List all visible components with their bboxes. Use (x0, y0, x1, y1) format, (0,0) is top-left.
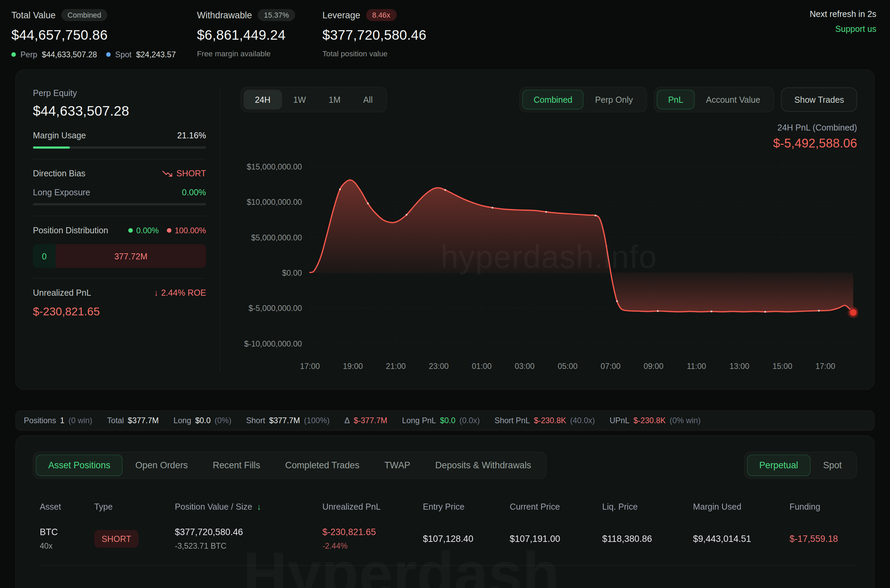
toggle-spot[interactable]: Spot (810, 454, 854, 476)
long-exposure-label: Long Exposure (33, 187, 90, 196)
perp-equity-value: $44,633,507.28 (33, 104, 206, 119)
tab-twap[interactable]: TWAP (372, 454, 423, 476)
leverage-subtitle: Total position value (323, 50, 493, 58)
position-value: $377,720,580.46 (175, 527, 322, 537)
summary-item-value: $377.7M (128, 416, 159, 425)
summary-item: Positions1(0 win) (24, 416, 92, 425)
position-distribution-bar: 0 377.72M (33, 244, 206, 268)
svg-text:$-5,000,000.00: $-5,000,000.00 (249, 304, 302, 313)
leverage-badge: 8.46x (366, 9, 396, 21)
toggle-perpetual[interactable]: Perpetual (747, 454, 810, 476)
time-range-group: 24H1W1MAll (241, 87, 387, 112)
tab-asset-positions[interactable]: Asset Positions (36, 454, 123, 476)
column-header-margin-used[interactable]: Margin Used (693, 501, 789, 511)
summary-item-extra: (0 win) (69, 416, 92, 425)
withdrawable-label: Withdrawable (197, 10, 252, 20)
asset-name: BTC (40, 527, 94, 537)
position-type-badge: SHORT (94, 530, 139, 548)
toggle-account-value[interactable]: Account Value (695, 90, 771, 110)
chart-pnl-value: $-5,492,588.06 (241, 136, 857, 151)
margin-usage-bar (33, 147, 206, 149)
range-all[interactable]: All (352, 90, 384, 110)
column-header-unrealized-pnl[interactable]: Unrealized PnL (323, 501, 423, 511)
range-24h[interactable]: 24H (243, 90, 282, 110)
leverage-label: Leverage (323, 10, 360, 20)
margin-usage-value: 21.16% (177, 130, 206, 140)
trending-down-icon (162, 170, 172, 177)
spot-label: Spot (115, 50, 132, 59)
summary-item-value: $-377.7M (354, 416, 387, 425)
tab-recent-fills[interactable]: Recent Fills (200, 454, 273, 476)
column-header-liq-price[interactable]: Liq. Price (602, 501, 693, 511)
column-header-entry-price[interactable]: Entry Price (423, 501, 510, 511)
direction-bias-section: Direction Bias SHORT Long Exposure 0.00% (33, 159, 206, 216)
chart-pnl-label: 24H PnL (Combined) (241, 122, 857, 132)
account-overview-panel: Perp Equity $44,633,507.28 Margin Usage … (33, 87, 220, 372)
short-pct-value: 100.00% (175, 225, 206, 235)
summary-item-label: Short (246, 416, 265, 425)
svg-text:$0.00: $0.00 (282, 268, 302, 278)
unrealized-pnl-pct: -2.44% (323, 541, 423, 550)
summary-item-extra: (0% win) (669, 416, 700, 425)
direction-bias-label: Direction Bias (33, 168, 86, 178)
support-us-link[interactable]: Support us (835, 24, 876, 33)
column-header-current-price[interactable]: Current Price (510, 501, 602, 511)
position-row-btc[interactable]: BTC40xSHORT$377,720,580.46-3,523.71 BTC$… (40, 515, 857, 566)
svg-text:19:00: 19:00 (343, 362, 363, 370)
pnl-account-toggle: PnLAccount Value (654, 87, 774, 112)
summary-item-value: $-230.8K (633, 416, 666, 425)
total-value-label: Total Value (11, 10, 56, 20)
svg-text:17:00: 17:00 (815, 362, 835, 370)
liq-price-cell: $118,380.86 (602, 534, 693, 544)
svg-text:$10,000,000.00: $10,000,000.00 (247, 198, 302, 207)
withdrawable-pct-badge: 15.37% (258, 9, 296, 21)
tab-open-orders[interactable]: Open Orders (123, 454, 200, 476)
funding-cell: $-17,559.18 (789, 534, 857, 544)
positions-table: AssetTypePosition Value / Size↓Unrealize… (33, 501, 857, 566)
summary-item-label: Δ (344, 416, 350, 425)
margin-usage-fill (33, 147, 69, 149)
unrealized-pnl-value: $-230,821.65 (33, 305, 206, 318)
total-value: $44,657,750.86 (11, 27, 197, 43)
toggle-perp-only[interactable]: Perp Only (584, 90, 644, 110)
column-header-position-value-size[interactable]: Position Value / Size↓ (175, 501, 322, 511)
svg-text:17:00: 17:00 (300, 362, 320, 370)
summary-item-extra: (0%) (215, 416, 231, 425)
pnl-chart[interactable]: hyperdash.info 17:0019:0021:0023:0001:00… (241, 153, 857, 378)
entry-price-cell: $107,128.40 (423, 534, 510, 544)
pnl-area-chart[interactable]: 17:0019:0021:0023:0001:0003:0005:0007:00… (241, 153, 858, 376)
perp-value: $44,633,507.28 (42, 50, 97, 59)
toggle-pnl[interactable]: PnL (657, 90, 695, 110)
current-price: $107,191.00 (510, 534, 602, 544)
summary-item-value: $0.0 (440, 416, 456, 425)
position-distribution-section: Position Distribution 0.00% 100.00% 0 (33, 216, 206, 278)
refresh-countdown: Next refresh in 2s (810, 9, 876, 19)
combined-perp-toggle: CombinedPerp Only (519, 87, 647, 112)
entry-price: $107,128.40 (423, 534, 510, 544)
leverage-metric: Leverage 8.46x $377,720,580.46 Total pos… (323, 9, 493, 58)
spot-dot-icon (106, 52, 111, 57)
perpetual-spot-toggle: PerpetualSpot (744, 452, 857, 479)
perp-dot-icon (11, 52, 16, 57)
spot-value: $24,243.57 (136, 50, 176, 59)
positions-summary-bar: Positions1(0 win)Total$377.7MLong$0.0(0%… (15, 410, 875, 430)
unrealized-pnl-section: Unrealized PnL ↓ 2.44% ROE $-230,821.65 (33, 278, 206, 328)
summary-item-extra: (40.0x) (570, 416, 595, 425)
range-1m[interactable]: 1M (317, 90, 352, 110)
toggle-combined[interactable]: Combined (522, 90, 584, 110)
show-trades-button[interactable]: Show Trades (781, 87, 857, 112)
range-1w[interactable]: 1W (282, 90, 317, 110)
column-header-asset[interactable]: Asset (40, 501, 94, 511)
long-exposure-bar (33, 203, 206, 206)
summary-item: UPnL$-230.8K(0% win) (609, 416, 700, 425)
table-body: BTC40xSHORT$377,720,580.46-3,523.71 BTC$… (40, 515, 857, 566)
combined-badge: Combined (62, 9, 108, 21)
withdrawable-metric: Withdrawable 15.37% $6,861,449.24 Free m… (197, 9, 323, 58)
column-header-type[interactable]: Type (94, 501, 175, 511)
tab-deposits-withdrawals[interactable]: Deposits & Withdrawals (423, 454, 543, 476)
summary-item: Δ$-377.7M (344, 416, 387, 425)
tab-completed-trades[interactable]: Completed Trades (273, 454, 372, 476)
svg-text:21:00: 21:00 (386, 362, 406, 370)
column-header-funding[interactable]: Funding (789, 501, 857, 511)
position-value-cell: $377,720,580.46-3,523.71 BTC (175, 527, 322, 551)
